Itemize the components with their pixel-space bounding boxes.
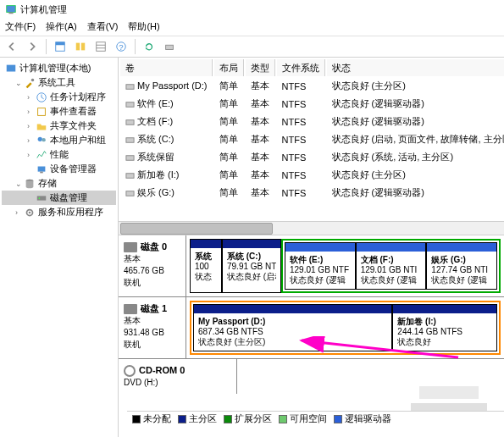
menu-bar: 文件(F) 操作(A) 查看(V) 帮助(H) [0, 19, 504, 36]
table-row[interactable]: 系统 (C:)简单基本NTFS状态良好 (启动, 页面文件, 故障转储, 主分区… [120, 131, 504, 147]
svg-rect-21 [37, 196, 47, 200]
partition-g[interactable]: 娱乐 (G:) 127.74 GB NTI 状态良好 (逻辑 [426, 242, 497, 290]
toolbar-separator [135, 39, 136, 54]
svg-rect-4 [76, 43, 80, 51]
svg-rect-6 [97, 42, 106, 52]
title-bar: 计算机管理 [0, 0, 504, 19]
help-button[interactable]: ? [113, 38, 130, 55]
svg-rect-29 [126, 155, 134, 160]
svg-rect-5 [81, 43, 85, 51]
highlight-outline: My Passport (D:) 687.34 GB NTFS 状态良好 (主分… [190, 301, 501, 355]
partition-d[interactable]: My Passport (D:) 687.34 GB NTFS 状态良好 (主分… [193, 304, 392, 351]
table-row[interactable]: 文档 (F:)简单基本NTFS状态良好 (逻辑驱动器)129.01 GB36 [120, 113, 504, 130]
table-row[interactable]: 新加卷 (I:)简单基本NTFS状态良好 (主分区)244.14 GB24 [120, 167, 504, 183]
tree-shared-folders[interactable]: ›共享文件夹 [2, 119, 116, 133]
svg-point-17 [42, 137, 45, 141]
expand-icon[interactable]: › [27, 93, 36, 102]
partition-header-bar [357, 243, 426, 252]
table-row[interactable]: 软件 (E:)简单基本NTFS状态良好 (逻辑驱动器)129.01 GB10 [120, 96, 504, 112]
app-icon [5, 3, 17, 15]
partition-f[interactable]: 文档 (F:) 129.01 GB NTI 状态良好 (逻辑 [356, 242, 427, 290]
tree-task-scheduler[interactable]: ›任务计划程序 [2, 90, 116, 104]
menu-file[interactable]: 文件(F) [5, 20, 36, 34]
main-area: 计算机管理(本地) ⌄系统工具 ›任务计划程序 ›事件查看器 ›共享文件夹 ›本… [0, 58, 504, 437]
view-button-3[interactable] [92, 38, 109, 55]
svg-rect-27 [126, 119, 134, 124]
horizontal-scrollbar[interactable] [119, 221, 504, 235]
svg-rect-19 [40, 171, 43, 173]
back-button[interactable] [3, 38, 20, 55]
menu-view[interactable]: 查看(V) [87, 20, 119, 34]
partition-system-reserved[interactable]: 系统 100 状态 [190, 239, 222, 293]
legend-bar: 未分配 主分区 扩展分区 可用空间 逻辑驱动器 [127, 411, 504, 426]
artifact-overlay [402, 378, 504, 437]
svg-rect-25 [126, 85, 134, 90]
nav-tree[interactable]: 计算机管理(本地) ⌄系统工具 ›任务计划程序 ›事件查看器 ›共享文件夹 ›本… [0, 58, 119, 437]
tree-device-manager[interactable]: 设备管理器 [2, 162, 116, 176]
content-pane: 卷 布局 类型 文件系统 状态 容量 可 My Passport (D:)简单基… [119, 58, 504, 437]
partition-header-bar [194, 305, 391, 313]
tree-disk-management[interactable]: 磁盘管理 [2, 191, 116, 205]
tree-event-viewer[interactable]: ›事件查看器 [2, 104, 116, 119]
expand-icon[interactable]: › [27, 151, 36, 159]
col-filesystem[interactable]: 文件系统 [277, 59, 325, 76]
expand-icon[interactable]: › [27, 136, 36, 145]
disk-graphical-view[interactable]: 磁盘 0 基本 465.76 GB 联机 系统 100 状态 系统 (C:) [119, 235, 504, 437]
svg-point-22 [39, 197, 41, 199]
cd-icon [124, 365, 136, 377]
view-button-2[interactable] [72, 38, 89, 55]
svg-rect-28 [126, 137, 134, 142]
partition-c[interactable]: 系统 (C:) 79.91 GB NTF 状态良好 (启动 [222, 239, 281, 293]
tree-root[interactable]: 计算机管理(本地) [2, 61, 116, 75]
disk-1-row[interactable]: 磁盘 1 基本 931.48 GB 联机 My Passport (D:) 68… [119, 297, 504, 359]
view-button-1[interactable] [52, 38, 69, 55]
tree-local-users[interactable]: ›本地用户和组 [2, 133, 116, 147]
extended-partition-outline: 软件 (E:) 129.01 GB NTF 状态良好 (逻辑 文档 (F:) 1… [281, 239, 501, 293]
volume-table[interactable]: 卷 布局 类型 文件系统 状态 容量 可 My Passport (D:)简单基… [119, 58, 504, 202]
partition-header-bar [393, 305, 496, 313]
table-row[interactable]: 娱乐 (G:)简单基本NTFS状态良好 (逻辑驱动器)127.74 GB11 [120, 185, 504, 201]
tree-services[interactable]: ›服务和应用程序 [2, 205, 116, 219]
table-row[interactable]: 系统保留简单基本NTFS状态良好 (系统, 活动, 主分区)100 MB65 [120, 149, 504, 165]
partition-header-bar [427, 243, 496, 252]
table-row[interactable]: My Passport (D:)简单基本NTFS状态良好 (主分区)687.34… [120, 78, 504, 94]
col-layout[interactable]: 布局 [214, 59, 244, 76]
svg-point-24 [29, 211, 31, 213]
collapse-icon[interactable]: ⌄ [15, 79, 24, 87]
svg-rect-31 [126, 191, 134, 196]
disk-0-header[interactable]: 磁盘 0 基本 465.76 GB 联机 [119, 235, 186, 296]
tree-storage[interactable]: ⌄存储 [2, 176, 116, 191]
expand-icon[interactable]: › [27, 122, 36, 130]
cdrom-header[interactable]: CD-ROM 0 DVD (H:) [119, 359, 237, 394]
disk-0-row[interactable]: 磁盘 0 基本 465.76 GB 联机 系统 100 状态 系统 (C:) [119, 235, 504, 297]
disk-1-header[interactable]: 磁盘 1 基本 931.48 GB 联机 [119, 297, 186, 358]
svg-rect-0 [7, 6, 16, 13]
menu-help[interactable]: 帮助(H) [128, 20, 159, 34]
menu-action[interactable]: 操作(A) [46, 20, 77, 34]
collapse-icon[interactable]: ⌄ [15, 180, 24, 188]
volume-list[interactable]: 卷 布局 类型 文件系统 状态 容量 可 My Passport (D:)简单基… [119, 58, 504, 235]
partition-header-bar [285, 243, 355, 252]
col-status[interactable]: 状态 [327, 59, 504, 76]
partition-i[interactable]: 新加卷 (I:) 244.14 GB NTFS 状态良好 [392, 304, 497, 351]
col-volume[interactable]: 卷 [120, 59, 213, 76]
tree-performance[interactable]: ›性能 [2, 147, 116, 162]
svg-rect-11 [166, 45, 174, 49]
expand-icon[interactable]: › [15, 208, 24, 217]
partition-header-bar [191, 240, 221, 248]
forward-button[interactable] [24, 38, 41, 55]
svg-rect-18 [38, 166, 46, 171]
svg-rect-26 [126, 102, 134, 107]
col-type[interactable]: 类型 [246, 59, 275, 76]
expand-icon[interactable]: › [27, 108, 36, 116]
settings-button[interactable] [161, 38, 178, 55]
svg-point-13 [31, 78, 35, 81]
svg-rect-33 [419, 386, 479, 399]
tree-system-tools[interactable]: ⌄系统工具 [2, 75, 116, 90]
partition-e[interactable]: 软件 (E:) 129.01 GB NTF 状态良好 (逻辑 [285, 242, 356, 290]
legend-unallocated: 未分配 [132, 412, 171, 425]
refresh-button[interactable] [141, 38, 158, 55]
svg-rect-30 [126, 173, 134, 178]
legend-extended: 扩展分区 [224, 412, 272, 425]
scrollbar-thumb[interactable] [120, 223, 273, 235]
